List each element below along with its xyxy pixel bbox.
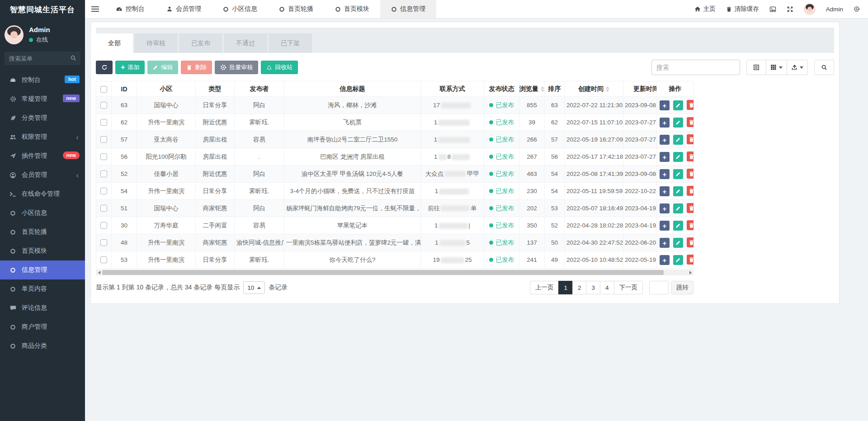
filter-tab-待审核[interactable]: 待审核 <box>134 33 178 53</box>
prev-page-button[interactable]: 上一页 <box>530 281 559 294</box>
row-detail-button[interactable]: + <box>660 118 670 128</box>
row-delete-button[interactable] <box>687 237 694 247</box>
navbar-tab-首页模块[interactable]: 首页模块 <box>324 0 380 18</box>
sidebar-item-常规管理[interactable]: 常规管理 new <box>0 90 85 109</box>
filter-tab-全部[interactable]: 全部 <box>96 33 133 53</box>
sidebar-item-小区信息[interactable]: 小区信息 <box>0 203 85 222</box>
row-detail-button[interactable]: + <box>660 152 670 162</box>
table-search-input[interactable] <box>651 60 740 75</box>
batch-audit-button[interactable]: 批量审核 <box>215 61 258 74</box>
page-button-1[interactable]: 1 <box>558 281 573 294</box>
sidebar-item-首页模块[interactable]: 首页模块 <box>0 241 85 260</box>
page-button-2[interactable]: 2 <box>572 281 587 294</box>
search-submit-button[interactable] <box>814 60 834 75</box>
page-jump-input[interactable] <box>649 281 669 294</box>
export-button[interactable] <box>787 60 808 75</box>
sidebar-item-商品分类[interactable]: 商品分类 <box>0 336 85 355</box>
row-detail-button[interactable]: + <box>660 135 670 145</box>
column-header-浏览量[interactable]: 浏览量 <box>519 81 545 97</box>
scroll-right-arrow[interactable] <box>687 270 693 275</box>
row-edit-button[interactable] <box>673 152 683 162</box>
delete-button[interactable]: 删除 <box>181 61 212 74</box>
sidebar-item-插件管理[interactable]: 插件管理 new <box>0 147 85 166</box>
row-edit-button[interactable] <box>673 135 683 145</box>
sidebar-item-控制台[interactable]: 控制台 hot <box>0 71 85 90</box>
navbar-tab-控制台[interactable]: 控制台 <box>105 0 156 18</box>
filter-tab-已下架[interactable]: 已下架 <box>269 33 312 53</box>
column-header-创建时间[interactable]: 创建时间 <box>565 81 623 97</box>
sidebar-item-单页内容[interactable]: 单页内容 <box>0 279 85 298</box>
sidebar-item-首页轮播[interactable]: 首页轮播 <box>0 222 85 241</box>
clear-cache-link[interactable]: 清除缓存 <box>726 5 759 13</box>
row-detail-button[interactable]: + <box>660 169 670 179</box>
row-checkbox[interactable] <box>100 205 107 212</box>
row-detail-button[interactable]: + <box>660 100 670 110</box>
row-checkbox[interactable] <box>100 188 107 194</box>
row-detail-button[interactable]: + <box>660 203 670 213</box>
row-delete-button[interactable] <box>687 255 694 265</box>
edit-button[interactable]: 编辑 <box>147 61 178 74</box>
sidebar-item-权限管理[interactable]: 权限管理 ‹ <box>0 128 85 147</box>
row-checkbox[interactable] <box>100 239 107 246</box>
page-button-4[interactable]: 4 <box>600 281 614 294</box>
row-delete-button[interactable] <box>687 220 694 230</box>
screenshot-button[interactable] <box>769 6 776 13</box>
sort-icon[interactable] <box>606 86 609 92</box>
row-edit-button[interactable] <box>673 221 683 231</box>
navbar-tab-会员管理[interactable]: 会员管理 <box>156 0 212 18</box>
navbar-username[interactable]: Admin <box>826 6 843 13</box>
row-checkbox[interactable] <box>100 256 107 263</box>
row-edit-button[interactable] <box>673 118 683 128</box>
filter-tab-不通过[interactable]: 不通过 <box>224 33 267 53</box>
page-button-3[interactable]: 3 <box>586 281 600 294</box>
horizontal-scrollbar[interactable] <box>96 270 693 275</box>
home-link[interactable]: 主页 <box>694 5 716 13</box>
scroll-left-arrow[interactable] <box>96 270 102 275</box>
page-jump-button[interactable]: 跳转 <box>671 281 693 294</box>
row-checkbox[interactable] <box>100 102 107 109</box>
page-size-select[interactable]: 10 <box>243 281 265 294</box>
sidebar-item-分类管理[interactable]: 分类管理 <box>0 109 85 128</box>
row-checkbox[interactable] <box>100 119 107 126</box>
row-delete-button[interactable] <box>687 203 694 213</box>
row-checkbox[interactable] <box>100 153 107 160</box>
navbar-tab-信息管理[interactable]: 信息管理 <box>380 0 436 18</box>
row-delete-button[interactable] <box>687 169 694 179</box>
columns-button[interactable] <box>766 60 787 75</box>
refresh-button[interactable] <box>96 61 113 74</box>
row-delete-button[interactable] <box>687 117 694 127</box>
sidebar-item-商户管理[interactable]: 商户管理 <box>0 317 85 336</box>
sidebar-item-在线命令管理[interactable]: 在线命令管理 <box>0 184 85 203</box>
row-edit-button[interactable] <box>673 169 683 179</box>
row-edit-button[interactable] <box>673 255 683 265</box>
settings-button[interactable] <box>854 6 860 12</box>
sidebar-item-评论信息[interactable]: 评论信息 <box>0 298 85 317</box>
navbar-avatar[interactable] <box>804 3 816 15</box>
recycle-button[interactable]: 回收站 <box>261 61 298 74</box>
scrollbar-thumb[interactable] <box>102 270 664 275</box>
row-checkbox[interactable] <box>100 222 107 229</box>
row-detail-button[interactable]: + <box>660 238 670 248</box>
navbar-tab-首页轮播[interactable]: 首页轮播 <box>268 0 324 18</box>
row-edit-button[interactable] <box>673 100 683 110</box>
row-detail-button[interactable]: + <box>660 186 670 196</box>
fullscreen-button[interactable] <box>787 6 793 13</box>
navbar-tab-小区信息[interactable]: 小区信息 <box>212 0 268 18</box>
row-delete-button[interactable] <box>687 186 694 196</box>
row-edit-button[interactable] <box>673 238 683 248</box>
sort-icon[interactable] <box>541 86 544 92</box>
row-detail-button[interactable]: + <box>660 255 670 265</box>
filter-tab-已发布[interactable]: 已发布 <box>179 33 222 53</box>
row-delete-button[interactable] <box>687 151 694 161</box>
row-checkbox[interactable] <box>100 170 107 177</box>
hamburger-icon[interactable] <box>85 0 105 18</box>
sidebar-search-input[interactable] <box>5 52 80 65</box>
row-edit-button[interactable] <box>673 186 683 196</box>
sidebar-item-会员管理[interactable]: 会员管理 ‹ <box>0 166 85 184</box>
detail-view-button[interactable] <box>746 60 766 75</box>
row-edit-button[interactable] <box>673 203 683 213</box>
row-detail-button[interactable]: + <box>660 221 670 231</box>
user-avatar[interactable] <box>5 25 24 44</box>
row-delete-button[interactable] <box>687 100 694 110</box>
add-button[interactable]: + 添加 <box>115 61 145 74</box>
